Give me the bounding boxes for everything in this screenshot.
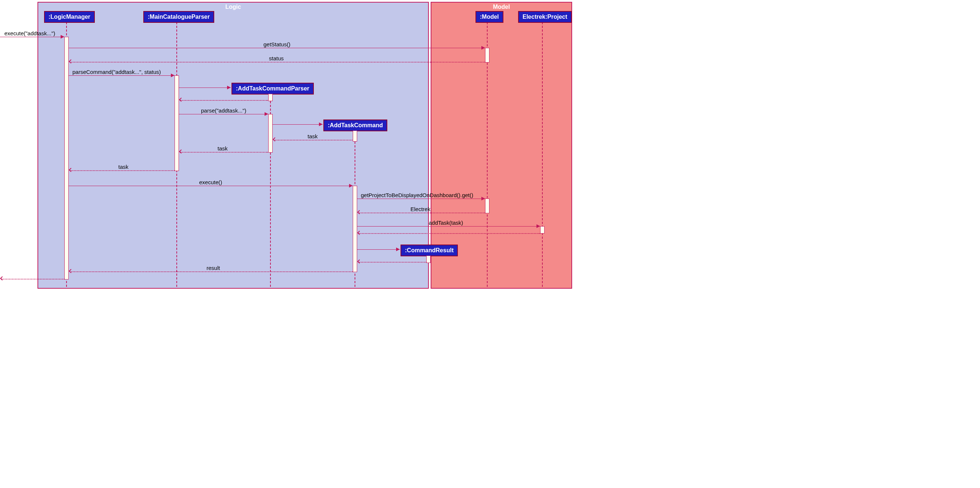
arrow-m2 [69,48,485,48]
arrowtip-create-atc [319,123,323,126]
activation-mainparser [175,75,179,171]
arrow-final-ret [1,279,64,279]
arrow-m13 [70,271,353,272]
arrow-m5 [179,114,268,114]
arrowtip-m12 [536,224,540,228]
activation-logicmanager [64,37,69,279]
participant-cmdresult: :CommandResult [401,244,458,256]
arrow-m1 [0,37,64,37]
arrowtip-m2 [481,46,485,49]
arrowtip-m9 [349,184,353,188]
arrow-m7 [180,152,268,153]
participant-project: Electrek:Project [518,11,572,23]
arrow-m3 [70,62,485,62]
arrow-m6 [274,140,352,140]
participant-mainparser: :MainCatalogueParser [143,11,214,23]
arrow-m8 [70,170,175,171]
participant-addtaskparser: :AddTaskCommandParser [232,83,314,94]
participant-model: :Model [476,11,503,23]
label-m12: addTask(task) [428,220,464,226]
label-m9: execute() [199,179,223,185]
arrowtip-m10 [481,197,485,201]
label-m2: getStatus() [263,41,291,48]
label-m10: getProjectToBeDisplayedOnDashboard().get… [360,192,474,198]
arrow-create-atp-ret [180,100,268,101]
participant-logicmanager: :LogicManager [44,11,95,23]
arrow-create-cr [357,249,400,250]
arrow-create-atp [179,88,231,88]
label-m11: Electrek [410,206,431,212]
label-m7: task [217,145,229,152]
frame-logic: Logic [38,2,429,289]
arrow-m11 [358,212,485,213]
activation-addtaskcmd-execute [353,186,357,272]
arrow-m12-ret [358,233,540,234]
label-m6: task [307,133,318,139]
arrow-create-cr-ret [358,262,426,263]
frame-logic-title: Logic [225,4,241,10]
activation-model-status [485,48,490,62]
arrowtip-m4 [171,73,175,77]
label-m3: status [268,55,285,61]
frame-model-title: Model [493,4,510,10]
arrow-m9 [69,186,353,186]
arrowtip-create-cr [396,247,400,251]
arrowtip-m5 [264,112,268,116]
sequence-diagram: Logic Model :LogicManager :MainCatalogue… [0,0,573,290]
activation-cmdresult [426,255,431,263]
label-m1: execute("addtask...") [4,30,56,37]
label-m4: parseCommand("addtask...", status) [72,69,162,75]
lifeline-project [542,22,543,287]
activation-addtaskparser-create [268,94,273,101]
arrowtip-final-ret [0,276,4,280]
label-m13: result [206,265,221,271]
activation-project-addtask [540,226,544,233]
arrow-create-atc [273,124,323,125]
label-m5: parse("addtask...") [200,107,247,114]
arrowtip-m1 [60,35,64,38]
arrowtip-create-atp [227,86,231,89]
arrow-m12 [357,226,540,226]
label-m8: task [118,164,129,170]
arrow-m10 [357,199,485,199]
activation-addtaskcmd-create [353,131,357,142]
participant-addtaskcmd: :AddTaskCommand [323,120,387,131]
arrow-m4 [69,75,175,76]
activation-model-getproj [485,199,490,213]
activation-addtaskparser-parse [268,114,273,153]
